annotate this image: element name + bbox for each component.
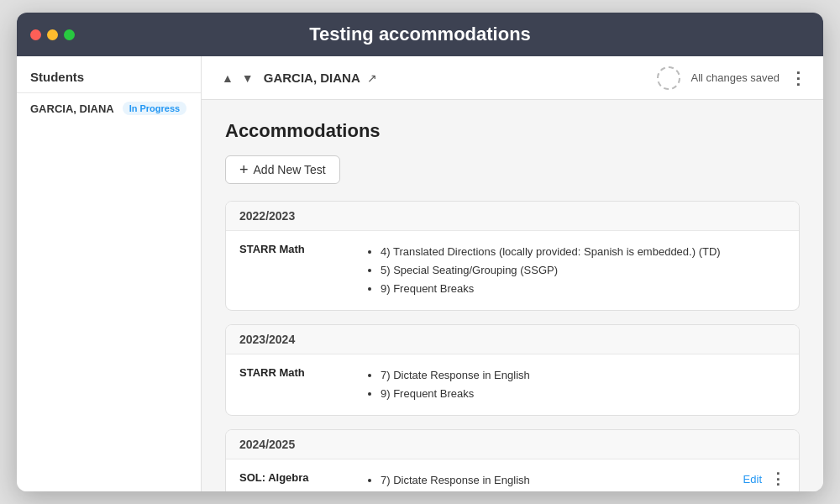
external-link-icon[interactable]: ↗: [367, 71, 377, 85]
test-row-1-0: STARR Math7) Dictate Response in English…: [226, 354, 799, 415]
year-label-0: 2022/2023: [239, 209, 295, 223]
sidebar: Students GARCIA, DIANA In Progress: [17, 56, 202, 491]
test-more-button-2-0[interactable]: ⋮: [770, 471, 785, 486]
plus-icon: +: [239, 162, 249, 177]
page-title: Accommodations: [225, 120, 800, 142]
save-status: All changes saved: [690, 71, 780, 84]
accommodations-1-0: 7) Dictate Response in English9) Frequen…: [365, 366, 785, 403]
topbar-right: All changes saved ⋮: [657, 66, 806, 90]
test-name-0-0: STARR Math: [239, 243, 365, 255]
sidebar-student-name: GARCIA, DIANA: [30, 102, 114, 115]
titlebar: Testing accommodations: [17, 13, 823, 56]
nav-down-button[interactable]: ▼: [239, 70, 257, 87]
topbar-left: ▲ ▼ GARCIA, DIANA ↗: [218, 70, 377, 87]
sidebar-header: Students: [17, 56, 201, 93]
year-row-1: 2023/2024: [226, 325, 799, 354]
maximize-dot[interactable]: [64, 29, 75, 40]
main-content: ▲ ▼ GARCIA, DIANA ↗ All changes saved ⋮ …: [202, 56, 823, 491]
test-actions-2-0: Edit⋮: [743, 471, 785, 486]
accommodation-item-0-0-2: 9) Frequent Breaks: [381, 280, 785, 298]
topbar-more-button[interactable]: ⋮: [790, 70, 806, 87]
year-section-0: 2022/2023STARR Math4) Translated Directi…: [225, 201, 800, 311]
minimize-dot[interactable]: [47, 29, 58, 40]
year-section-1: 2023/2024STARR Math7) Dictate Response i…: [225, 324, 800, 416]
sidebar-item-garcia[interactable]: GARCIA, DIANA In Progress: [17, 93, 201, 123]
topbar-student-name: GARCIA, DIANA: [264, 71, 360, 85]
accommodation-item-1-0-1: 9) Frequent Breaks: [381, 385, 785, 403]
test-row-0-0: STARR Math4) Translated Directions (loca…: [226, 231, 799, 310]
year-label-1: 2023/2024: [239, 333, 295, 346]
nav-up-button[interactable]: ▲: [218, 70, 237, 87]
year-sections: 2022/2023STARR Math4) Translated Directi…: [225, 201, 800, 491]
year-row-0: 2022/2023: [226, 202, 799, 231]
add-new-label: Add New Test: [254, 163, 326, 176]
topbar: ▲ ▼ GARCIA, DIANA ↗ All changes saved ⋮: [202, 56, 823, 100]
app-body: Students GARCIA, DIANA In Progress ▲ ▼ G…: [17, 56, 823, 491]
accommodation-item-1-0-0: 7) Dictate Response in English: [381, 366, 785, 385]
year-section-2: 2024/2025SOL: Algebra7) Dictate Response…: [225, 429, 800, 491]
accommodation-item-0-0-0: 4) Translated Directions (locally provid…: [381, 243, 785, 261]
window-title: Testing accommodations: [309, 24, 531, 45]
accommodations-2-0: 7) Dictate Response in English9) Frequen…: [365, 471, 743, 491]
year-label-2: 2024/2025: [239, 438, 295, 451]
window-controls: [30, 29, 75, 40]
status-badge: In Progress: [123, 102, 187, 115]
nav-arrows: ▲ ▼: [218, 70, 257, 87]
save-spinner: [657, 66, 680, 90]
test-name-1-0: STARR Math: [239, 366, 365, 379]
test-row-2-0: SOL: Algebra7) Dictate Response in Engli…: [226, 459, 799, 491]
test-name-2-0: SOL: Algebra: [239, 471, 365, 484]
close-dot[interactable]: [30, 29, 41, 40]
accommodations-0-0: 4) Translated Directions (locally provid…: [365, 243, 785, 298]
accommodation-item-2-0-1: 9) Frequent Breaks: [381, 491, 743, 491]
year-row-2: 2024/2025: [226, 430, 799, 459]
app-window: Testing accommodations Students GARCIA, …: [17, 13, 823, 491]
accommodation-item-0-0-1: 5) Special Seating/Grouping (SSGP): [381, 261, 785, 280]
add-new-test-button[interactable]: + Add New Test: [225, 155, 340, 184]
content-area: Accommodations + Add New Test 2022/2023S…: [202, 100, 823, 491]
edit-link-2-0[interactable]: Edit: [743, 473, 762, 486]
accommodation-item-2-0-0: 7) Dictate Response in English: [381, 471, 743, 490]
